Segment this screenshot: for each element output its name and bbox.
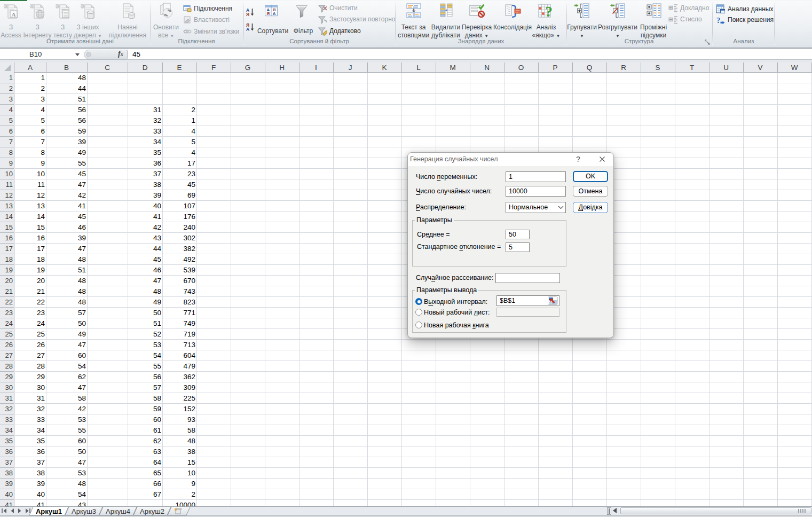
svg-text:?: ?	[716, 16, 720, 25]
svg-text:A: A	[11, 11, 15, 18]
svg-text:...: ...	[318, 33, 321, 36]
svg-text:Я: Я	[246, 12, 249, 16]
svg-text:Я: Я	[266, 11, 270, 16]
svg-text:?: ?	[545, 3, 553, 19]
svg-text:А: А	[273, 11, 276, 16]
